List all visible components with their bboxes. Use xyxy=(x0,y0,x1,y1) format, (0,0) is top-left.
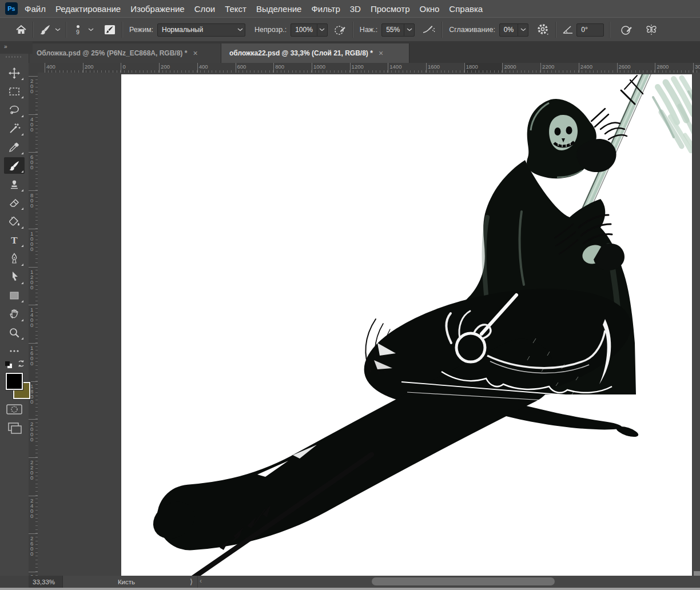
home-icon[interactable] xyxy=(15,23,27,36)
opacity-field[interactable]: 100% xyxy=(291,23,328,37)
chevron-down-icon[interactable] xyxy=(317,24,327,36)
brush-tool[interactable] xyxy=(4,157,25,174)
separator xyxy=(33,22,34,38)
quick-mask-mode-button[interactable] xyxy=(6,403,22,418)
eyedropper-tool[interactable] xyxy=(4,139,25,156)
mode-label: Режим: xyxy=(129,26,153,34)
ruler-major-tick xyxy=(29,114,38,115)
menu-item[interactable]: Справка xyxy=(449,4,483,14)
document-tab-active[interactable]: обложка22.psd @ 33,3% (Слой 21, RGB/8) *… xyxy=(221,43,409,63)
lasso-tool[interactable] xyxy=(4,102,25,118)
ruler-label: 1800 xyxy=(466,63,478,70)
vertical-ruler[interactable]: 2 0 04 0 06 0 08 0 01 0 0 01 2 0 01 4 0 … xyxy=(29,73,38,576)
type-tool[interactable]: T xyxy=(4,232,25,248)
ruler-major-tick xyxy=(45,63,45,73)
menu-item[interactable]: Слои xyxy=(194,4,215,14)
paint-symmetry-butterfly-icon[interactable] xyxy=(644,23,659,37)
quick-selection-tool[interactable] xyxy=(4,120,25,137)
hand-tool[interactable] xyxy=(4,306,25,322)
menu-item[interactable]: Окно xyxy=(419,4,439,14)
ruler-major-tick xyxy=(502,63,503,73)
scroll-left-icon[interactable]: ‹ xyxy=(200,577,202,585)
horizontal-scrollbar-thumb[interactable] xyxy=(372,577,555,585)
canvas-viewport[interactable] xyxy=(38,73,692,576)
close-icon[interactable]: × xyxy=(193,49,197,58)
ruler-label: 400 xyxy=(46,63,55,70)
zoom-tool-tool[interactable] xyxy=(4,324,25,341)
separator xyxy=(442,22,443,38)
ruler-major-tick xyxy=(29,419,38,420)
preset-chevron-icon[interactable] xyxy=(55,28,61,31)
ruler-major-tick xyxy=(29,572,38,572)
menu-item[interactable]: Изображение xyxy=(130,4,185,14)
pen-tool[interactable] xyxy=(4,250,25,267)
ruler-label: 1 2 0 0 xyxy=(30,269,33,290)
brush-angle-field[interactable]: 0° xyxy=(576,23,604,37)
more-tools-tool[interactable] xyxy=(4,343,25,360)
ruler-corner[interactable] xyxy=(29,63,38,73)
pen-icon xyxy=(8,252,21,265)
move-tool[interactable] xyxy=(4,65,25,81)
close-icon[interactable]: × xyxy=(379,49,383,58)
pressure-opacity-icon[interactable] xyxy=(333,23,347,37)
menu-item[interactable]: Выделение xyxy=(256,4,301,14)
swap-colors-icon[interactable] xyxy=(17,359,26,370)
zoom-level-field[interactable]: 33,33% xyxy=(29,576,63,588)
ruler-major-tick xyxy=(464,63,465,73)
eyedropper-icon xyxy=(8,141,21,153)
status-expand-icon[interactable]: ⟩ xyxy=(190,577,193,586)
horizontal-ruler[interactable]: 4002000200400600800100012001400160018002… xyxy=(38,63,700,73)
brush-tip-dot-icon xyxy=(77,25,79,28)
rectangle-shape-tool[interactable] xyxy=(4,287,25,304)
rectangular-marquee-tool[interactable] xyxy=(4,83,25,99)
paint-bucket-icon xyxy=(7,215,21,228)
tools-panel-collapse[interactable]: » xyxy=(0,41,33,54)
ruler-major-tick xyxy=(197,63,198,73)
ruler-major-tick xyxy=(579,63,579,73)
eraser-tool[interactable] xyxy=(4,194,25,211)
ruler-label: 200 xyxy=(161,63,170,70)
vertical-scrollbar[interactable] xyxy=(692,73,700,576)
smoothing-value: 0% xyxy=(500,24,518,36)
svg-text:T: T xyxy=(11,235,18,246)
ruler-major-tick xyxy=(426,63,427,73)
chevron-down-icon[interactable] xyxy=(404,24,414,36)
lasso-icon xyxy=(8,103,21,116)
brush-picker-chevron-icon[interactable] xyxy=(88,28,94,31)
screen-mode-button[interactable] xyxy=(6,421,22,437)
brush-angle-value: 0° xyxy=(577,24,591,36)
ruler-label: 4 0 0 xyxy=(30,117,33,132)
smoothing-options-gear-icon[interactable] xyxy=(536,23,550,37)
tools-panel-grip[interactable] xyxy=(6,56,23,58)
brush-settings-panel-toggle-icon[interactable] xyxy=(103,23,117,36)
menu-item[interactable]: Файл xyxy=(25,4,46,14)
airbrush-icon[interactable] xyxy=(421,23,436,37)
canvas-artwork[interactable] xyxy=(121,74,692,576)
document-tab[interactable]: Обложка.psd @ 25% (P6Nz_EC868A, RGB/8) *… xyxy=(29,43,221,63)
menu-item[interactable]: Просмотр xyxy=(371,4,410,14)
brush-tool-preset-icon[interactable] xyxy=(39,23,51,36)
clone-stamp-tool[interactable] xyxy=(4,176,25,193)
smoothing-field[interactable]: 0% xyxy=(499,23,528,37)
ruler-label: 1200 xyxy=(352,63,364,70)
brush-size-value: 9 xyxy=(76,29,79,35)
brush-tip-preview[interactable]: 9 xyxy=(72,25,83,35)
chevron-down-icon[interactable] xyxy=(518,24,528,36)
blend-mode-select[interactable]: Нормальный xyxy=(157,23,245,37)
pressure-size-icon[interactable] xyxy=(620,23,634,37)
menu-item[interactable]: Редактирование xyxy=(55,4,121,14)
menu-item[interactable]: 3D xyxy=(350,4,361,14)
menu-bar: Ps ФайлРедактированиеИзображениеСлоиТекс… xyxy=(0,0,700,18)
path-selection-tool[interactable] xyxy=(4,269,25,285)
document-info-section[interactable]: Кисть ⟩ xyxy=(63,576,198,588)
current-tool-label: Кисть xyxy=(63,579,190,585)
paint-bucket-tool[interactable] xyxy=(4,213,25,230)
menu-item[interactable]: Текст xyxy=(225,4,246,14)
document-tab-title: обложка22.psd @ 33,3% (Слой 21, RGB/8) * xyxy=(229,49,373,57)
menu-item[interactable]: Фильтр xyxy=(311,4,340,14)
flow-field[interactable]: 55% xyxy=(381,23,415,37)
separator xyxy=(66,22,67,38)
default-colors-icon[interactable] xyxy=(4,360,13,372)
ruler-label: 1000 xyxy=(313,63,325,70)
foreground-color-swatch[interactable] xyxy=(6,373,23,390)
